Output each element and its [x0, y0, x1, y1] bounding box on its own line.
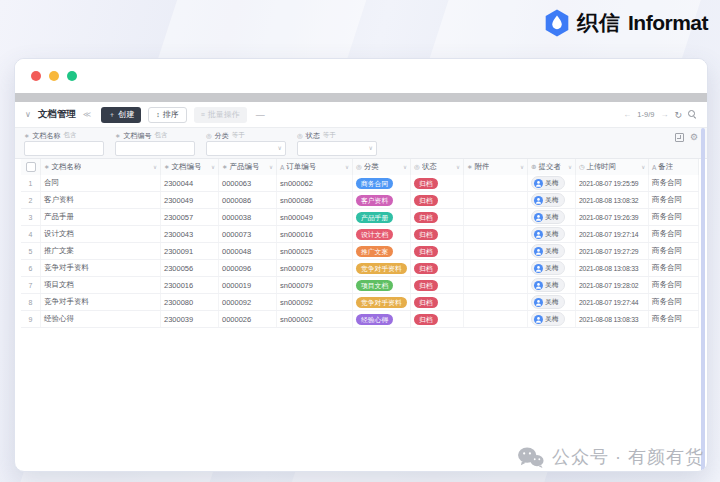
- filter-label: 分类: [215, 131, 229, 141]
- filter-select[interactable]: ∨: [297, 141, 377, 156]
- table-row[interactable]: 2客户资料23000490000086sn000086客户资料归档吴梅2021-…: [21, 192, 699, 209]
- cell-upload-time: 2021-08-08 13:08:33: [576, 260, 649, 276]
- category-tag: 推广文案: [356, 246, 393, 257]
- filter-select[interactable]: ∨: [206, 141, 286, 156]
- gear-icon[interactable]: ⚙: [690, 133, 698, 142]
- select-field-icon: ◎: [297, 132, 303, 140]
- status-tag: 归档: [414, 212, 438, 223]
- vertical-scrollbar[interactable]: [701, 128, 705, 472]
- avatar: [534, 213, 543, 222]
- category-tag: 竞争对手资料: [356, 297, 407, 308]
- category-tag: 产品手册: [356, 212, 393, 223]
- table-row[interactable]: 5推广文案23000910000048sn000025推广文案归档吴梅2021-…: [21, 243, 699, 260]
- sort-chevron-icon[interactable]: ∨: [456, 164, 460, 170]
- chevron-down-icon[interactable]: ∨: [25, 110, 31, 119]
- column-header-note[interactable]: A备注: [649, 159, 699, 175]
- cell-name: 经验心得: [41, 311, 161, 327]
- column-header-category[interactable]: ◎分类∨: [353, 159, 411, 175]
- refresh-icon[interactable]: ↻: [674, 110, 682, 120]
- avatar: [534, 247, 543, 256]
- column-header-attachment[interactable]: ∗附件∨: [464, 159, 528, 175]
- sort-chevron-icon[interactable]: ∨: [211, 164, 215, 170]
- sort-chevron-icon[interactable]: ∨: [568, 164, 572, 170]
- close-button[interactable]: [31, 71, 41, 81]
- avatar: [534, 281, 543, 290]
- column-header-order-no[interactable]: A订单编号∨: [277, 159, 353, 175]
- column-label: 提交者: [538, 162, 561, 172]
- cell-note: 商务合同: [649, 311, 699, 327]
- category-tag: 竞争对手资料: [356, 263, 407, 274]
- status-tag: 归档: [414, 195, 438, 206]
- brand-logo: 织信 Informat: [544, 9, 708, 37]
- cell-status: 归档: [411, 175, 464, 191]
- cell-status: 归档: [411, 226, 464, 242]
- cell-upload-time: 2021-08-07 19:27:29: [576, 243, 649, 259]
- cell-attachment: [464, 311, 528, 327]
- cell-order-no: sn000079: [277, 277, 353, 293]
- more-button[interactable]: —: [256, 110, 265, 120]
- window-titlebar: [15, 59, 707, 93]
- next-page-icon[interactable]: →: [660, 110, 668, 119]
- cell-category: 经验心得: [353, 311, 411, 327]
- cell-product-no: 0000026: [219, 311, 277, 327]
- minimize-button[interactable]: [49, 71, 59, 81]
- select-field-icon: ◎: [356, 163, 362, 171]
- status-tag: 归档: [414, 280, 438, 291]
- avatar: [534, 230, 543, 239]
- sort-chevron-icon[interactable]: ∨: [641, 164, 645, 170]
- cell-submitter: 吴梅: [528, 209, 576, 225]
- prev-page-icon[interactable]: ←: [623, 110, 631, 119]
- text-icon: A: [280, 164, 284, 171]
- cell-index: 6: [21, 260, 41, 276]
- list-icon: ≡: [201, 111, 205, 118]
- cell-upload-time: 2021-08-07 19:26:39: [576, 209, 649, 225]
- batch-actions-button[interactable]: ≡批量操作: [194, 107, 247, 123]
- sort-chevron-icon[interactable]: ∨: [153, 164, 157, 170]
- chevron-down-icon: ∨: [278, 144, 282, 151]
- table-row[interactable]: 3产品手册23000570000038sn000049产品手册归档吴梅2021-…: [21, 209, 699, 226]
- column-header-submitter[interactable]: ⊕提交者∨: [528, 159, 576, 175]
- search-icon[interactable]: [688, 110, 697, 119]
- cell-note: 商务合同: [649, 277, 699, 293]
- watermark: 公众号 · 有颜有货: [517, 445, 704, 469]
- column-header-doc-no[interactable]: ∗文档编号∨: [161, 159, 219, 175]
- cell-doc-no: 2300016: [161, 277, 219, 293]
- sort-chevron-icon[interactable]: ∨: [520, 164, 524, 170]
- filter-operator: 等于: [323, 131, 336, 140]
- share-icon[interactable]: ≪: [83, 110, 91, 119]
- cell-name: 竞争对手资料: [41, 260, 161, 276]
- cell-name: 推广文案: [41, 243, 161, 259]
- select-all-checkbox[interactable]: [26, 162, 36, 172]
- cell-attachment: [464, 192, 528, 208]
- table-row[interactable]: 9经验心得23000390000026sn000002经验心得归档吴梅2021-…: [21, 311, 699, 328]
- sort-button[interactable]: ↕排序: [148, 107, 187, 123]
- filter-input[interactable]: [24, 141, 104, 156]
- table-row[interactable]: 1合同23000440000063sn000062商务合同归档吴梅2021-08…: [21, 175, 699, 192]
- expand-icon[interactable]: [675, 133, 684, 142]
- browser-chrome-band: [15, 93, 707, 102]
- cell-upload-time: 2021-08-08 13:08:33: [576, 311, 649, 327]
- category-tag: 商务合同: [356, 178, 393, 189]
- filter-input[interactable]: [115, 141, 195, 156]
- cell-attachment: [464, 226, 528, 242]
- column-header-name[interactable]: ∗文档名称∨: [41, 159, 161, 175]
- sort-chevron-icon[interactable]: ∨: [269, 164, 273, 170]
- sort-chevron-icon[interactable]: ∨: [345, 164, 349, 170]
- cell-product-no: 0000019: [219, 277, 277, 293]
- cell-index: 8: [21, 294, 41, 310]
- column-header-product-no[interactable]: ∗产品编号∨: [219, 159, 277, 175]
- table-row[interactable]: 8竞争对手资料23000800000092sn000092竞争对手资料归档吴梅2…: [21, 294, 699, 311]
- table-row[interactable]: 6竞争对手资料23000560000096sn000079竞争对手资料归档吴梅2…: [21, 260, 699, 277]
- cell-submitter: 吴梅: [528, 277, 576, 293]
- filter-label: 文档名称: [32, 131, 60, 141]
- column-label: 上传时间: [586, 162, 615, 172]
- create-button[interactable]: ＋创建: [101, 107, 141, 123]
- submitter-chip: 吴梅: [531, 193, 565, 207]
- sort-chevron-icon[interactable]: ∨: [403, 164, 407, 170]
- table-row[interactable]: 4设计文档23000430000073sn000016设计文档归档吴梅2021-…: [21, 226, 699, 243]
- maximize-button[interactable]: [67, 71, 77, 81]
- category-tag: 经验心得: [356, 314, 393, 325]
- column-header-upload-time[interactable]: ◷上传时间∨: [576, 159, 649, 175]
- table-row[interactable]: 7项目文档23000160000019sn000079项目文档归档吴梅2021-…: [21, 277, 699, 294]
- column-header-status[interactable]: ◎状态∨: [411, 159, 464, 175]
